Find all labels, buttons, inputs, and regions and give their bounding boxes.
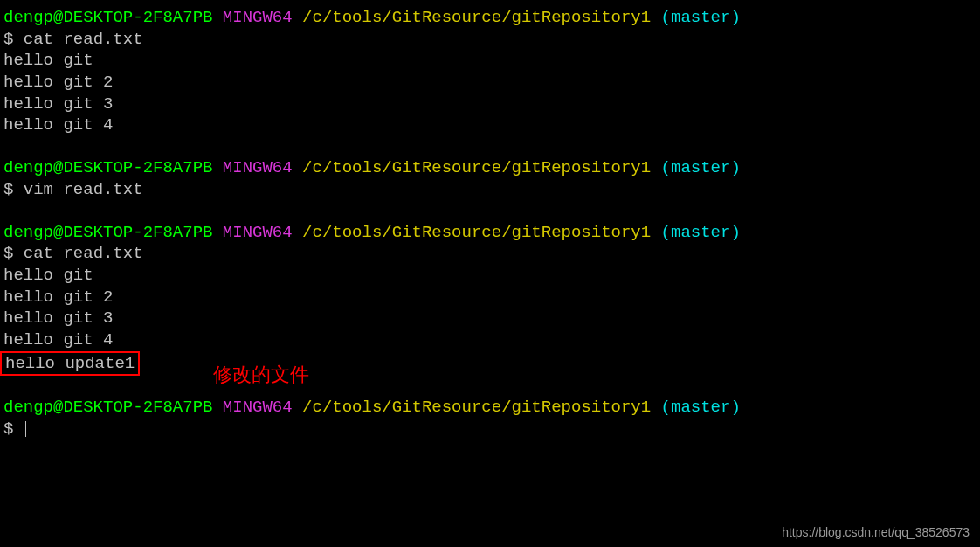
command-text: cat read.txt <box>24 244 143 263</box>
branch: (master) <box>661 223 741 242</box>
command-input-line[interactable]: $ <box>3 419 977 440</box>
user-host: dengp@DESKTOP-2F8A7PB <box>3 8 212 27</box>
user-host: dengp@DESKTOP-2F8A7PB <box>3 223 212 242</box>
cursor-icon <box>25 421 26 437</box>
path: /c/tools/GitResource/gitRepository1 <box>302 223 651 242</box>
env-label: MINGW64 <box>223 223 293 242</box>
prompt-symbol: $ <box>3 244 13 263</box>
prompt-line: dengp@DESKTOP-2F8A7PB MINGW64 /c/tools/G… <box>3 7 977 29</box>
user-host: dengp@DESKTOP-2F8A7PB <box>3 158 212 177</box>
prompt-line: dengp@DESKTOP-2F8A7PB MINGW64 /c/tools/G… <box>3 157 977 179</box>
output-line: hello git 4 <box>3 329 977 351</box>
branch: (master) <box>661 8 741 27</box>
terminal-block-4: dengp@DESKTOP-2F8A7PB MINGW64 /c/tools/G… <box>3 397 977 440</box>
prompt-symbol: $ <box>3 180 13 199</box>
path: /c/tools/GitResource/gitRepository1 <box>302 8 651 27</box>
env-label: MINGW64 <box>223 8 293 27</box>
command-line: $ cat read.txt <box>3 29 977 51</box>
prompt-symbol: $ <box>3 419 13 439</box>
annotation-label: 修改的文件 <box>213 363 309 388</box>
terminal-block-2: dengp@DESKTOP-2F8A7PB MINGW64 /c/tools/G… <box>3 157 977 200</box>
terminal-block-3: dengp@DESKTOP-2F8A7PB MINGW64 /c/tools/G… <box>3 222 977 377</box>
prompt-line: dengp@DESKTOP-2F8A7PB MINGW64 /c/tools/G… <box>3 222 977 244</box>
terminal-block-1: dengp@DESKTOP-2F8A7PB MINGW64 /c/tools/G… <box>3 7 977 136</box>
output-line: hello git <box>3 265 977 287</box>
output-line: hello git <box>3 50 977 72</box>
branch: (master) <box>661 398 741 417</box>
branch: (master) <box>661 158 741 177</box>
output-line: hello git 3 <box>3 93 977 115</box>
watermark: https://blog.csdn.net/qq_38526573 <box>782 524 970 540</box>
path: /c/tools/GitResource/gitRepository1 <box>302 398 651 417</box>
prompt-symbol: $ <box>3 30 13 49</box>
env-label: MINGW64 <box>223 158 293 177</box>
env-label: MINGW64 <box>223 398 293 417</box>
output-line: hello git 3 <box>3 308 977 329</box>
command-text: cat read.txt <box>24 30 143 49</box>
path: /c/tools/GitResource/gitRepository1 <box>302 158 651 177</box>
command-line: $ vim read.txt <box>3 179 977 201</box>
highlight-box: hello update1 <box>0 351 140 377</box>
command-text: vim read.txt <box>24 180 143 199</box>
command-line: $ cat read.txt <box>3 243 977 265</box>
output-line: hello git 2 <box>3 287 977 308</box>
prompt-line: dengp@DESKTOP-2F8A7PB MINGW64 /c/tools/G… <box>3 397 977 419</box>
output-line: hello git 2 <box>3 72 977 93</box>
user-host: dengp@DESKTOP-2F8A7PB <box>3 398 212 417</box>
output-line: hello git 4 <box>3 114 977 136</box>
highlighted-output: hello update1 <box>3 351 977 377</box>
